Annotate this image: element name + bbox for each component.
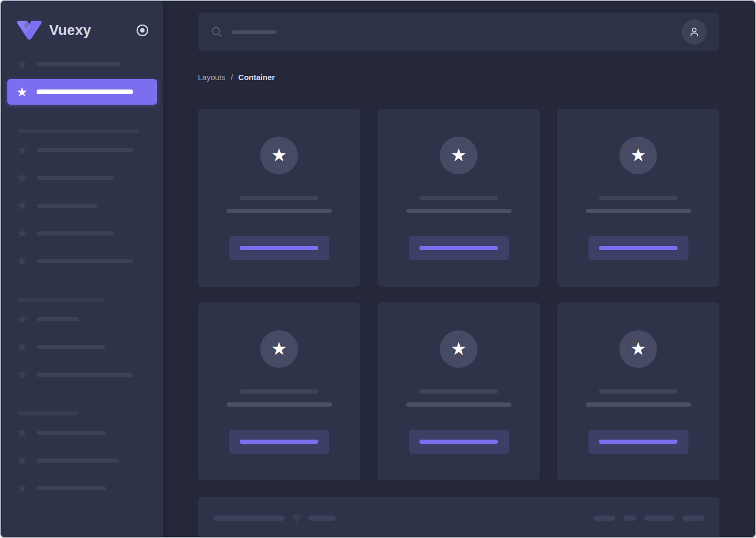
card-avatar-circle: ★ [260, 330, 298, 368]
card: ★ [557, 302, 719, 480]
star-icon: ★ [16, 227, 28, 240]
sidebar-item[interactable]: ★ [7, 447, 157, 473]
breadcrumb-current: Container [238, 73, 275, 82]
star-icon: ★ [16, 58, 28, 71]
star-icon: ★ [16, 482, 28, 495]
footer-link-placeholder [624, 515, 636, 521]
card-action-button[interactable] [229, 430, 329, 454]
menu-section-heading-placeholder [18, 411, 77, 416]
sidebar-item[interactable]: ★ [7, 475, 157, 501]
sidebar-item[interactable]: ★ [7, 220, 157, 246]
card: ★ [198, 302, 360, 480]
star-icon: ★ [630, 146, 646, 165]
footer-left-group: ♥ [213, 515, 336, 521]
card-text-placeholder [586, 209, 691, 213]
menu-label-placeholder [37, 62, 120, 66]
user-icon [688, 26, 701, 38]
search-icon [210, 26, 223, 38]
star-icon: ★ [16, 341, 28, 353]
star-icon: ★ [271, 340, 287, 359]
search-input[interactable] [198, 13, 719, 51]
star-icon: ★ [16, 454, 28, 467]
breadcrumb-link-layouts[interactable]: Layouts [198, 73, 226, 82]
card-text-placeholder [227, 402, 332, 407]
menu-label-placeholder [37, 345, 105, 349]
sidebar-item[interactable]: ★ [7, 362, 157, 387]
menu-pin-toggle-icon[interactable] [135, 23, 150, 38]
menu-label-placeholder [37, 317, 79, 321]
menu-label-placeholder [37, 176, 114, 180]
star-icon: ★ [451, 146, 466, 165]
button-label-placeholder [240, 440, 318, 444]
card-action-button[interactable] [409, 236, 509, 260]
sidebar: Vuexy ★★★★★★★★★★★★★ [1, 1, 163, 537]
card-action-button[interactable] [588, 430, 688, 454]
card-action-button[interactable] [229, 236, 329, 260]
menu-label-placeholder [37, 458, 119, 463]
card-text-placeholder [227, 209, 332, 213]
card-title-placeholder [419, 389, 498, 394]
sidebar-item[interactable]: ★ [7, 334, 157, 360]
vuexy-logo-icon [16, 19, 43, 41]
card-grid: ★★★★★★ [198, 109, 719, 480]
menu-label-placeholder [37, 431, 106, 435]
menu-label-placeholder [37, 259, 133, 263]
footer-text-placeholder [308, 515, 336, 521]
menu-label-placeholder [37, 204, 97, 208]
card: ★ [377, 302, 540, 480]
brand-name: Vuexy [49, 23, 91, 39]
card-title-placeholder [599, 196, 677, 200]
button-label-placeholder [240, 246, 318, 250]
sidebar-item[interactable]: ★ [7, 193, 157, 218]
star-icon: ★ [16, 313, 28, 326]
card-action-button[interactable] [588, 236, 688, 260]
card: ★ [198, 109, 360, 287]
heart-icon: ♥ [292, 515, 301, 521]
sidebar-item[interactable]: ★ [7, 51, 157, 77]
star-icon: ★ [451, 340, 466, 359]
sidebar-item[interactable]: ★ [7, 248, 157, 274]
card-avatar-circle: ★ [440, 137, 477, 174]
card-title-placeholder [240, 196, 318, 200]
star-icon: ★ [16, 368, 28, 381]
card-text-placeholder [406, 402, 512, 407]
card-avatar-circle: ★ [260, 137, 298, 174]
sidebar-item[interactable]: ★ [7, 137, 157, 163]
card-avatar-circle: ★ [440, 330, 477, 368]
star-icon: ★ [630, 340, 646, 359]
button-label-placeholder [599, 440, 677, 444]
menu-label-placeholder [37, 486, 106, 490]
breadcrumb: Layouts / Container [198, 71, 719, 84]
button-label-placeholder [599, 246, 677, 250]
card-text-placeholder [406, 209, 512, 213]
star-icon: ★ [16, 86, 28, 98]
user-avatar-button[interactable] [682, 19, 707, 44]
menu-section-heading-placeholder [18, 298, 104, 302]
menu-label-placeholder [37, 373, 132, 377]
sidebar-menu: ★★★★★★★★★★★★★ [1, 43, 163, 502]
sidebar-item[interactable]: ★ [7, 420, 157, 445]
sidebar-item[interactable]: ★ [7, 306, 157, 332]
menu-label-placeholder [37, 89, 133, 94]
star-icon: ★ [16, 172, 28, 184]
card: ★ [557, 109, 719, 287]
card-text-placeholder [586, 402, 691, 407]
star-icon: ★ [16, 199, 28, 212]
star-icon: ★ [271, 146, 287, 165]
footer-right-group [593, 515, 704, 521]
menu-section-heading-placeholder [18, 129, 139, 133]
footer-text-placeholder [213, 515, 285, 521]
card-title-placeholder [599, 389, 677, 394]
breadcrumb-separator: / [231, 73, 233, 82]
sidebar-item-active[interactable]: ★ [7, 79, 157, 105]
button-label-placeholder [419, 246, 498, 250]
card-avatar-circle: ★ [619, 330, 657, 368]
sidebar-item[interactable]: ★ [7, 165, 157, 190]
star-icon: ★ [16, 144, 28, 156]
menu-label-placeholder [37, 148, 133, 152]
card-title-placeholder [240, 389, 318, 394]
card: ★ [377, 109, 540, 287]
main-content: Layouts / Container ★★★★★★ ♥ [163, 1, 755, 537]
footer-link-placeholder [683, 515, 704, 521]
card-action-button[interactable] [409, 430, 509, 454]
